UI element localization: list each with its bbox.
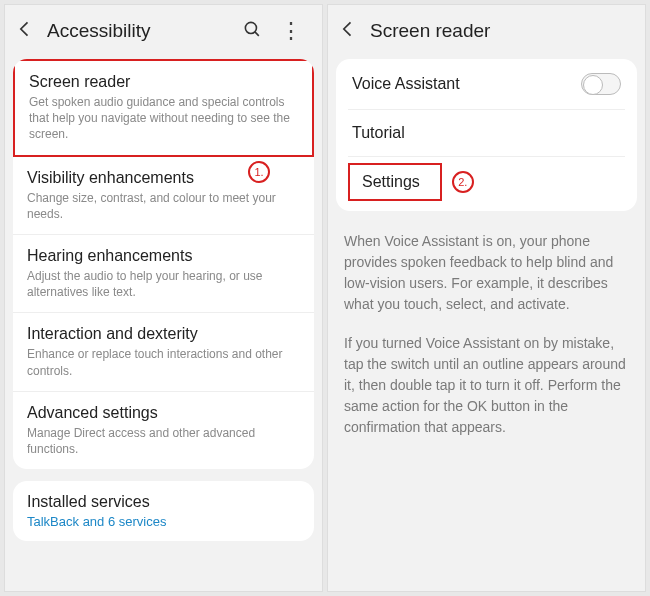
accessibility-screen: Accessibility ⋮ Screen reader Get spoken…: [4, 4, 323, 592]
row-tutorial[interactable]: Tutorial: [348, 110, 625, 157]
row-settings[interactable]: Settings 2.: [348, 157, 625, 211]
item-hearing[interactable]: Hearing enhancements Adjust the audio to…: [13, 235, 314, 313]
row-title: Tutorial: [352, 124, 405, 141]
item-screen-reader[interactable]: Screen reader Get spoken audio guidance …: [13, 59, 314, 157]
search-icon[interactable]: [243, 20, 262, 43]
item-desc: Adjust the audio to help your hearing, o…: [27, 268, 300, 300]
row-title: Voice Assistant: [352, 75, 460, 93]
item-desc: Change size, contrast, and colour to mee…: [27, 190, 300, 222]
back-icon[interactable]: [15, 19, 35, 43]
annotation-callout-2: 2.: [452, 171, 474, 193]
row-voice-assistant[interactable]: Voice Assistant: [348, 59, 625, 110]
row-title: Settings: [362, 173, 420, 190]
annotation-callout-1: 1.: [248, 161, 270, 183]
page-title: Screen reader: [370, 20, 631, 42]
item-interaction[interactable]: Interaction and dexterity Enhance or rep…: [13, 313, 314, 391]
item-title: Advanced settings: [27, 404, 300, 422]
item-title: Screen reader: [29, 73, 298, 91]
toggle-switch[interactable]: [581, 73, 621, 95]
item-desc: Enhance or replace touch interactions an…: [27, 346, 300, 378]
page-title: Accessibility: [47, 20, 231, 42]
item-desc: Manage Direct access and other advanced …: [27, 425, 300, 457]
svg-line-1: [255, 31, 259, 35]
header: Accessibility ⋮: [5, 5, 322, 53]
svg-point-0: [245, 22, 256, 33]
screen-reader-screen: Screen reader Voice Assistant Tutorial S…: [327, 4, 646, 592]
item-title: Installed services: [27, 493, 300, 511]
screen-reader-card: Voice Assistant Tutorial Settings 2.: [336, 59, 637, 211]
installed-card[interactable]: Installed services TalkBack and 6 servic…: [13, 481, 314, 541]
info-paragraph-1: When Voice Assistant is on, your phone p…: [328, 217, 645, 319]
item-link: TalkBack and 6 services: [27, 514, 300, 529]
item-advanced[interactable]: Advanced settings Manage Direct access a…: [13, 392, 314, 469]
item-title: Hearing enhancements: [27, 247, 300, 265]
more-icon[interactable]: ⋮: [274, 20, 308, 42]
header: Screen reader: [328, 5, 645, 53]
item-title: Interaction and dexterity: [27, 325, 300, 343]
item-desc: Get spoken audio guidance and special co…: [29, 94, 298, 143]
back-icon[interactable]: [338, 19, 358, 43]
settings-highlight: Settings: [348, 163, 442, 201]
info-paragraph-2: If you turned Voice Assistant on by mist…: [328, 319, 645, 442]
settings-card: Screen reader Get spoken audio guidance …: [13, 59, 314, 469]
